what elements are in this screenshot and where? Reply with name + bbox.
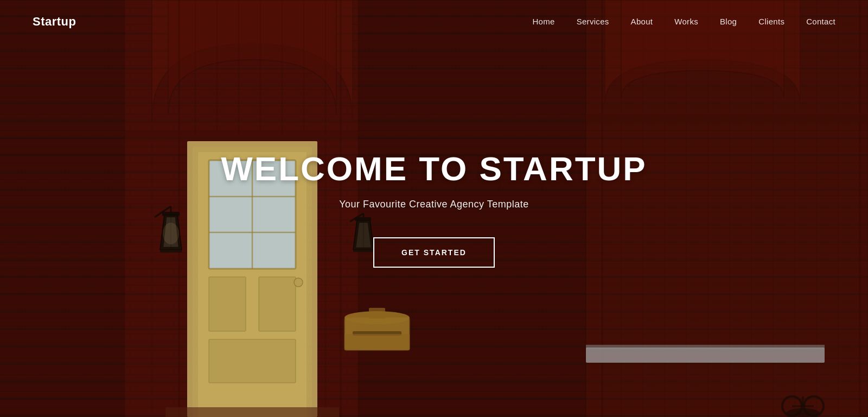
nav-link[interactable]: Clients xyxy=(758,17,784,26)
nav-item: Blog xyxy=(720,17,737,27)
nav-menu: HomeServicesAboutWorksBlogClientsContact xyxy=(532,17,835,27)
get-started-button[interactable]: GET STARTED xyxy=(373,237,495,268)
nav-link[interactable]: Works xyxy=(674,17,698,26)
nav-link[interactable]: About xyxy=(631,17,653,26)
brand-logo[interactable]: Startup xyxy=(33,15,76,29)
nav-item: Services xyxy=(577,17,609,27)
nav-link[interactable]: Blog xyxy=(720,17,737,26)
nav-link[interactable]: Home xyxy=(532,17,554,26)
hero-section: Startup HomeServicesAboutWorksBlogClient… xyxy=(0,0,868,417)
hero-subtitle: Your Favourite Creative Agency Template xyxy=(221,199,647,210)
nav-item: Works xyxy=(674,17,698,27)
navbar: Startup HomeServicesAboutWorksBlogClient… xyxy=(0,0,868,43)
hero-title: WELCOME TO STARTUP xyxy=(221,149,647,188)
nav-item: Clients xyxy=(758,17,784,27)
nav-link[interactable]: Contact xyxy=(806,17,835,26)
nav-link[interactable]: Services xyxy=(577,17,609,26)
nav-item: Home xyxy=(532,17,554,27)
nav-item: Contact xyxy=(806,17,835,27)
nav-item: About xyxy=(631,17,653,27)
hero-content: WELCOME TO STARTUP Your Favourite Creati… xyxy=(221,149,647,268)
